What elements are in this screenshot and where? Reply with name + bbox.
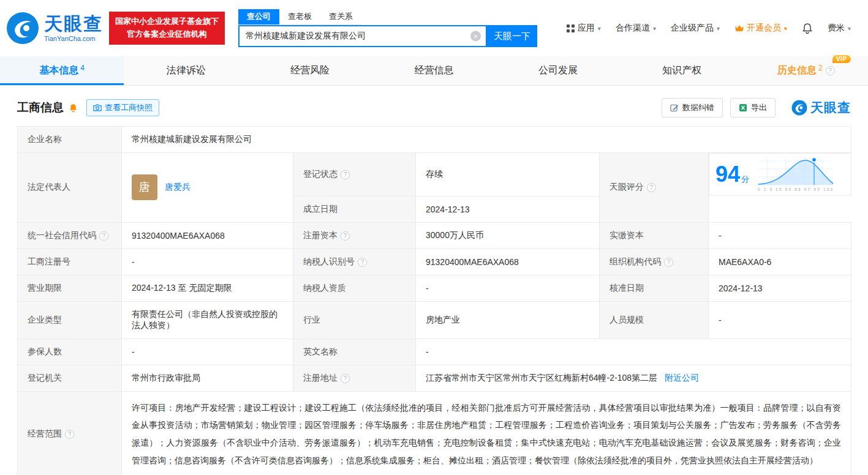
search-input[interactable] <box>240 26 486 46</box>
snapshot-button[interactable]: 查看工商快照 <box>86 99 159 116</box>
score-cell: 94分 0 1 3 15 50 85 97 99 100 <box>709 153 851 196</box>
field-label: 行业 <box>293 301 416 338</box>
approval-date-value: 2024-12-13 <box>709 275 851 301</box>
reg-status-value: 存续 <box>416 153 600 196</box>
insured-count-value: - <box>122 338 293 365</box>
company-name-value: 常州核建城新建设发展有限公司 <box>122 127 851 153</box>
nav-enterprise-products[interactable]: 企业级产品 ▾ <box>671 23 720 34</box>
reg-capital-value: 30000万人民币 <box>416 222 600 249</box>
crown-icon <box>734 24 744 32</box>
search-tabs: 查公司 查老板 查关系 <box>238 9 361 25</box>
clear-icon[interactable]: × <box>470 31 481 42</box>
field-label: 英文名称 <box>293 338 416 365</box>
score-value[interactable]: 94分 <box>715 163 749 185</box>
field-label: 营业期限 <box>18 275 122 301</box>
tianyancha-logo-icon <box>791 100 807 116</box>
legal-rep-link[interactable]: 唐爱兵 <box>165 182 191 193</box>
tianyancha-logo-icon <box>6 12 39 45</box>
tab-business-info[interactable]: 经营信息 <box>372 56 496 85</box>
nav-apps[interactable]: 应用 ▾ <box>566 23 601 34</box>
chevron-down-icon: ▾ <box>848 25 851 32</box>
help-icon[interactable]: ? <box>341 374 350 383</box>
search-block: 查公司 查老板 查关系 × 天眼一下 <box>238 9 537 47</box>
field-label: 纳税人识别号? <box>293 249 416 275</box>
help-icon[interactable]: ? <box>65 430 74 439</box>
nav-membership-label: 开通会员 <box>747 23 781 34</box>
nav-cooperation[interactable]: 合作渠道 ▾ <box>616 23 656 34</box>
taxpayer-id-value: 91320400MAE6AXA068 <box>416 249 600 275</box>
logo-domain: TianYanCha.com <box>44 35 103 42</box>
score-curve-chart: 0 1 3 15 50 85 97 99 100 <box>755 156 836 193</box>
field-label: 组织机构代码? <box>600 249 709 275</box>
table-row: 营业期限 2024-12-13 至 无固定期限 纳税人资质 - 核准日期 202… <box>18 275 851 301</box>
notification-bell[interactable] <box>802 23 813 34</box>
nav-user[interactable]: 费米 ▾ <box>828 23 851 34</box>
tab-label: 经营信息 <box>414 64 453 77</box>
org-code-value: MAE6AXA0-6 <box>709 249 851 275</box>
field-label: 纳税人资质 <box>293 275 416 301</box>
chevron-down-icon: ▾ <box>784 25 787 32</box>
chevron-down-icon: ▾ <box>653 25 656 32</box>
chevron-down-icon: ▾ <box>717 25 720 32</box>
staff-size-value: - <box>709 301 851 338</box>
credit-code-value: 91320400MAE6AXA068 <box>122 222 293 249</box>
help-icon[interactable]: ? <box>664 258 673 267</box>
reg-address-value: 江苏省常州市天宁区常州市天宁区红梅新村64幢-2-108第二层 <box>426 373 657 383</box>
table-row: 参保人数 - 英文名称 - <box>18 338 851 365</box>
tab-legal-proceedings[interactable]: 法律诉讼 <box>124 56 247 85</box>
business-info-table: 企业名称 常州核建城新建设发展有限公司 法定代表人 唐 唐爱兵 登记状态? 存续… <box>17 126 851 475</box>
field-label: 实缴资本 <box>600 222 709 249</box>
search-input-wrap: × <box>238 25 487 47</box>
tab-label: 历史信息 <box>777 64 817 77</box>
avatar[interactable]: 唐 <box>132 174 157 200</box>
nearby-companies-link[interactable]: 附近公司 <box>665 373 699 383</box>
export-button[interactable]: 导出 <box>730 98 776 118</box>
establish-date-value: 2024-12-13 <box>416 196 600 222</box>
reg-authority-value: 常州市行政审批局 <box>122 365 293 391</box>
score-axis-labels: 0 1 3 15 50 85 97 99 100 <box>758 187 832 192</box>
badge-line1: 国家中小企业发展子基金旗下 <box>115 15 219 28</box>
tab-history-info[interactable]: 历史信息 2 ? VIP <box>744 56 868 85</box>
help-icon[interactable]: ? <box>358 258 367 267</box>
legal-rep-cell: 唐 唐爱兵 <box>122 153 293 223</box>
search-tab-relation[interactable]: 查关系 <box>320 9 361 24</box>
logo-text: 天眼查 TianYanCha.com <box>44 15 103 42</box>
subscribe-bell-icon[interactable] <box>69 103 78 113</box>
tab-label: 法律诉讼 <box>167 64 206 77</box>
tab-intellectual-property[interactable]: 知识产权 <box>620 56 744 85</box>
help-icon[interactable]: ? <box>341 170 350 179</box>
english-name-value: - <box>416 338 851 365</box>
watermark-text: 天眼查 <box>810 99 851 116</box>
nav-user-label: 费米 <box>828 23 845 34</box>
help-icon[interactable]: ? <box>341 231 350 241</box>
help-icon[interactable]: ? <box>826 66 835 75</box>
nav-membership[interactable]: 开通会员 ▾ <box>734 23 787 34</box>
table-row: 统一社会信用代码? 91320400MAE6AXA068 注册资本? 30000… <box>18 222 851 249</box>
tab-basic-info[interactable]: 基本信息 4 <box>0 56 124 85</box>
field-label: 注册资本? <box>293 222 416 249</box>
data-correction-button[interactable]: 数据纠错 <box>662 98 723 118</box>
help-icon[interactable]: ? <box>647 183 656 192</box>
table-row: 工商注册号 - 纳税人识别号? 91320400MAE6AXA068 组织机构代… <box>18 249 851 275</box>
industry-value: 房地产业 <box>416 301 600 338</box>
search-tab-company[interactable]: 查公司 <box>238 9 279 24</box>
business-term-value: 2024-12-13 至 无固定期限 <box>122 275 293 301</box>
search-button[interactable]: 天眼一下 <box>487 25 537 47</box>
grid-icon <box>566 24 575 33</box>
section-header: 工商信息 查看工商快照 数据纠错 导出 <box>0 86 868 126</box>
tab-company-development[interactable]: 公司发展 <box>496 56 620 85</box>
help-icon[interactable]: ? <box>99 231 108 241</box>
tab-count: 4 <box>80 64 85 72</box>
site-logo[interactable]: 天眼查 TianYanCha.com <box>6 12 103 45</box>
company-tabbar: 基本信息 4 法律诉讼 经营风险 经营信息 公司发展 知识产权 历史信息 2 ?… <box>0 56 868 86</box>
data-correction-label: 数据纠错 <box>682 102 714 113</box>
tab-operating-risk[interactable]: 经营风险 <box>248 56 372 85</box>
taxpayer-quality-value: - <box>416 275 600 301</box>
certification-badge: 国家中小企业发展子基金旗下 官方备案企业征信机构 <box>109 12 225 45</box>
tab-count: 2 <box>818 64 823 72</box>
top-nav: 应用 ▾ 合作渠道 ▾ 企业级产品 ▾ 开通会员 ▾ 费米 ▾ <box>566 23 851 34</box>
field-label: 成立日期 <box>293 196 416 222</box>
bell-icon <box>802 23 813 34</box>
search-tab-boss[interactable]: 查老板 <box>279 9 320 24</box>
site-header: 天眼查 TianYanCha.com 国家中小企业发展子基金旗下 官方备案企业征… <box>0 0 868 56</box>
